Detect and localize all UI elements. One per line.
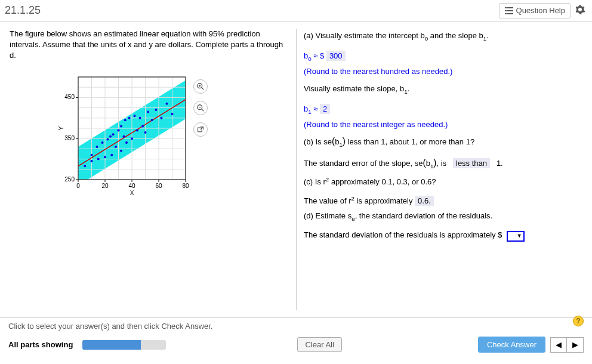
svg-text:450: 450 [64, 94, 75, 100]
zoom-out-button[interactable] [193, 101, 208, 115]
question-number: 21.1.25 [5, 4, 499, 17]
svg-point-47 [125, 141, 128, 144]
left-column: The figure below shows an estimated line… [10, 29, 296, 310]
svg-text:80: 80 [182, 183, 189, 189]
chevron-down-icon: ▼ [517, 231, 522, 241]
svg-point-36 [104, 156, 106, 158]
part-c-prompt: (c) Is r2 approximately 0.1, 0.3, or 0.6… [304, 174, 582, 190]
chart-toolbar [193, 79, 208, 137]
svg-point-35 [101, 141, 104, 144]
svg-point-34 [97, 158, 100, 160]
svg-rect-0 [505, 7, 507, 8]
settings-button[interactable] [575, 5, 587, 16]
se-answer-line: The standard error of the slope, se(b1),… [304, 154, 582, 172]
gear-icon [575, 5, 585, 14]
svg-point-40 [112, 133, 115, 135]
svg-point-59 [166, 102, 168, 104]
b1-answer-line: b1 ≈ 2 [304, 102, 582, 118]
footer: ? Click to select your answer(s) and the… [0, 317, 592, 353]
svg-rect-1 [507, 7, 513, 8]
part-d-prompt: (d) Estimate se, the standard deviation … [304, 209, 582, 224]
right-column: (a) Visually estimate the intercept b0 a… [296, 29, 582, 310]
svg-point-30 [84, 165, 86, 167]
sd-dropdown[interactable]: ▼ [507, 231, 525, 242]
svg-text:60: 60 [155, 183, 162, 189]
next-button[interactable]: ▶ [567, 337, 584, 353]
svg-point-32 [91, 160, 93, 162]
svg-point-56 [151, 119, 153, 121]
r2-answer[interactable]: 0.6. [415, 196, 434, 206]
popout-button[interactable] [193, 122, 208, 137]
svg-point-53 [141, 125, 144, 127]
svg-point-46 [124, 119, 127, 121]
svg-point-33 [96, 146, 98, 148]
svg-text:Y: Y [58, 126, 64, 130]
slope-prompt: Visually estimate the slope, b1. [304, 82, 582, 97]
svg-point-57 [155, 109, 158, 111]
svg-rect-2 [505, 10, 507, 11]
b0-answer[interactable]: 300 [326, 51, 346, 61]
svg-point-60 [171, 112, 174, 115]
svg-point-39 [110, 153, 113, 156]
svg-point-55 [147, 110, 149, 113]
svg-line-84 [202, 109, 204, 111]
progress-bar [82, 340, 166, 350]
svg-point-31 [91, 153, 93, 156]
sd-answer-line: The standard deviation of the residuals … [304, 228, 582, 243]
svg-point-50 [134, 115, 136, 117]
svg-point-45 [123, 135, 125, 137]
progress-fill [82, 340, 141, 350]
zoom-in-button[interactable] [193, 79, 208, 94]
svg-text:40: 40 [128, 183, 135, 189]
r2-answer-line: The value of r2 is approximately 0.6. [304, 193, 582, 209]
svg-line-80 [202, 87, 204, 90]
svg-point-44 [120, 125, 122, 127]
b1-answer[interactable]: 2 [320, 104, 330, 114]
svg-point-48 [128, 116, 131, 119]
svg-rect-5 [507, 13, 513, 14]
list-icon [504, 6, 514, 16]
nav-group: ◀ ▶ [550, 337, 584, 353]
footer-hint: Click to select your answer(s) and then … [8, 322, 584, 331]
b0-answer-line: b0 ≈ $ 300 [304, 49, 582, 64]
svg-text:350: 350 [64, 135, 75, 141]
parts-label: All parts showing [8, 340, 73, 349]
round-hundred-hint: (Round to the nearest hundred as needed.… [304, 64, 582, 79]
header-bar: 21.1.25 Question Help [0, 0, 592, 21]
svg-text:20: 20 [101, 183, 109, 189]
svg-point-51 [136, 129, 138, 131]
svg-point-42 [118, 129, 120, 131]
scatter-chart: 020406080250350450XY [57, 71, 189, 196]
svg-point-37 [107, 138, 109, 140]
clear-all-button[interactable]: Clear All [297, 337, 341, 352]
se-answer[interactable]: less than [453, 158, 490, 168]
svg-rect-3 [507, 10, 513, 11]
main-content: The figure below shows an estimated line… [0, 21, 592, 317]
svg-point-49 [131, 137, 133, 140]
svg-text:X: X [130, 190, 134, 196]
svg-text:250: 250 [64, 176, 75, 183]
svg-point-43 [120, 149, 122, 152]
intro-text: The figure below shows an estimated line… [10, 29, 291, 61]
help-label: Question Help [516, 6, 565, 15]
svg-text:0: 0 [76, 183, 80, 189]
svg-point-41 [115, 146, 117, 148]
part-a-prompt: (a) Visually estimate the intercept b0 a… [304, 29, 582, 44]
part-b-prompt: (b) Is se(b1) less than 1, about 1, or m… [304, 132, 582, 150]
svg-rect-4 [505, 13, 507, 14]
check-answer-button[interactable]: Check Answer [478, 337, 545, 353]
chart-area: 020406080250350450XY [57, 71, 291, 198]
svg-point-52 [139, 116, 141, 119]
svg-point-38 [109, 135, 112, 137]
prev-button[interactable]: ◀ [550, 337, 567, 353]
svg-point-58 [161, 116, 163, 119]
hint-button[interactable]: ? [573, 316, 584, 326]
footer-controls: All parts showing Clear All Check Answer… [8, 337, 584, 353]
question-help-button[interactable]: Question Help [499, 3, 571, 18]
svg-point-54 [144, 131, 147, 133]
round-int-hint: (Round to the nearest integer as needed.… [304, 118, 582, 132]
